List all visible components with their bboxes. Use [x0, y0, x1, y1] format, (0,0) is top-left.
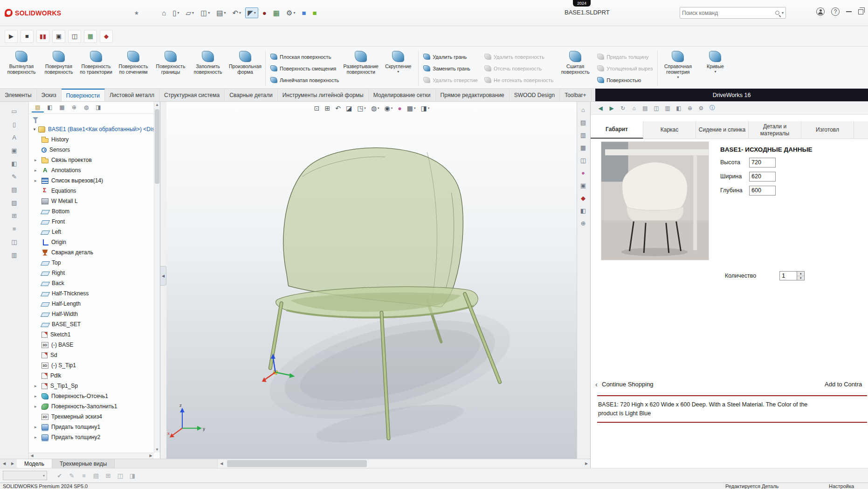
ribbon-button[interactable]: Кривые ▾ [696, 49, 734, 75]
home-button[interactable]: ⌂ [629, 104, 639, 113]
propertymanager-tab[interactable]: ◧ [44, 103, 56, 112]
forward-button[interactable]: ▶ [606, 104, 617, 113]
tree-item[interactable]: Sensors [29, 145, 154, 155]
tree-root-item[interactable]: ▼ BASE1 (Base1<Как обработанный>) <Displ… [29, 124, 154, 134]
filter-funnel-icon[interactable] [33, 117, 38, 120]
info-button[interactable]: ⓘ [707, 104, 717, 113]
ribbon-stack-button[interactable]: Утолщенный вырез ▾ [594, 63, 656, 74]
print-button[interactable]: ▤ ▾ [214, 7, 228, 18]
tree-item[interactable]: Поверхность-Отсечь1 [29, 391, 154, 401]
search-icon[interactable] [775, 11, 779, 15]
driveworks-tab[interactable]: Каркас [643, 121, 696, 139]
copy-tool-icon[interactable]: ▯ [8, 119, 21, 130]
settings-icon[interactable]: ⊕ [578, 218, 589, 229]
ribbon-button[interactable]: Справочная геометрия ▾ [659, 49, 696, 81]
tree-item[interactable]: Pdlk [29, 370, 154, 381]
record-pause-macro-button[interactable]: ▮▮ [36, 30, 49, 43]
display-style-button[interactable]: ◍ ▾ [369, 103, 382, 113]
ribbon-button[interactable]: Развертывание поверхности ▾ [342, 49, 379, 76]
zoom-area-button[interactable]: ⊞ ▾ [322, 103, 332, 113]
export-button[interactable]: ◧ [674, 104, 684, 113]
ribbon-button[interactable]: Повернутая поверхность ▾ [40, 49, 77, 76]
appearances-scenes-icon[interactable]: ● [578, 168, 589, 178]
expand-arrow-icon[interactable] [34, 394, 37, 398]
back-button[interactable]: ◀ [595, 104, 606, 113]
tree-item[interactable]: Annotations [29, 165, 154, 175]
commandmanager-tab[interactable]: Структурная система [159, 89, 225, 101]
commandmanager-tab[interactable]: Прямое редактирование [436, 89, 510, 101]
tree-item[interactable]: S_Tip1_Sp [29, 381, 154, 391]
color-swatch-blue[interactable]: ■ ▾ [299, 7, 308, 18]
collapse-arrow-icon[interactable]: ▼ [33, 127, 36, 132]
commandmanager-tab[interactable]: Инструменты литейной формы [278, 89, 369, 101]
expand-arrow-icon[interactable] [34, 425, 37, 429]
view-settings-button[interactable]: ◨ ▾ [419, 103, 432, 113]
ribbon-button[interactable]: Поверхность по траектории ▾ [77, 49, 115, 76]
ribbon-stack-button[interactable]: Отсечь поверхность ▾ [481, 63, 557, 74]
ribbon-button[interactable]: Заполнить поверхность ▾ [189, 49, 227, 76]
scroll-left-arrow[interactable]: ◀ [218, 459, 225, 468]
driveworks-tab[interactable]: Детали и материалы [749, 121, 801, 139]
dimension-input[interactable] [749, 172, 776, 182]
swood-tool-button[interactable]: ◆ [100, 30, 113, 43]
ribbon-button[interactable]: Скругление ▾ [379, 49, 417, 75]
capture-video-button[interactable]: ▦ [84, 30, 97, 43]
tree-item[interactable]: Equations [29, 186, 154, 196]
model-tab[interactable]: Трехмерные виды [52, 459, 115, 468]
scroll-down-arrow[interactable]: ▼ [154, 447, 160, 453]
scroll-left-arrow[interactable]: ◀ [29, 453, 35, 459]
dimension-input[interactable] [749, 186, 776, 196]
specification-list-button[interactable]: ▤ [640, 104, 650, 113]
graphics-area[interactable]: ⊡ ▾ ⊞ ▾ ↶ ▾ ◪ ▾ ◳ ▾ ◍ ▾ ◉ [166, 102, 577, 459]
expand-arrow-icon[interactable] [34, 404, 37, 409]
restore-window-icon[interactable] [858, 9, 863, 14]
stop-macro-button[interactable]: ■ [21, 30, 34, 43]
tree-item[interactable]: Half-Thickness [29, 288, 154, 299]
tree-item[interactable]: BASE_SET [29, 319, 154, 329]
view-palette-icon[interactable]: ◫ [578, 155, 589, 166]
ribbon-stack-button[interactable]: Придать толщину ▾ [594, 51, 656, 63]
ribbon-stack-button[interactable]: Плоская поверхность ▾ [267, 51, 342, 63]
scroll-up-arrow[interactable]: ▲ [154, 102, 160, 108]
tree-item[interactable]: Сварная деталь [29, 247, 154, 258]
ribbon-stack-button[interactable]: Удалить отверстие ▾ [420, 74, 481, 86]
ribbon-stack-button[interactable]: Удалить грань ▾ [420, 51, 481, 63]
quantity-input[interactable] [779, 271, 797, 280]
section-view-button[interactable]: ◪ ▾ [344, 103, 354, 113]
commandmanager-tab[interactable]: Эскиз [37, 89, 62, 101]
spellcheck-button[interactable]: ✔ [54, 470, 66, 481]
tree-item[interactable]: Bottom [29, 206, 154, 217]
scrollbar-thumb[interactable] [155, 109, 159, 184]
tree-item[interactable]: Связь проектов [29, 155, 154, 165]
tree-item[interactable]: Right [29, 268, 154, 278]
zoom-fit-button[interactable]: ⊡ ▾ [312, 103, 322, 113]
report-button[interactable]: ▥ [662, 104, 673, 113]
edit-appearance-button[interactable]: ● ▾ [395, 103, 404, 113]
tree-item[interactable]: Origin [29, 237, 154, 247]
table-format-button[interactable]: ▤ [90, 470, 102, 481]
hide-show-items-button[interactable]: ◉ ▾ [382, 103, 395, 113]
tab-scroll-left-arrow[interactable]: ◀ [0, 459, 8, 468]
custom-properties-icon[interactable]: ▣ [578, 180, 589, 191]
menu-item[interactable] [71, 10, 80, 16]
ribbon-stack-button[interactable]: Удалить поверхность ▾ [481, 51, 557, 63]
image-tool-icon[interactable]: ▣ [8, 145, 21, 156]
design-library-icon[interactable]: ▥ [578, 130, 589, 140]
menu-item[interactable] [105, 10, 113, 16]
dimension-input[interactable] [749, 158, 776, 168]
commandmanager-tab[interactable]: SWOOD Design [510, 89, 560, 101]
options-button[interactable]: ⚙ ▾ [284, 7, 297, 18]
grid-settings-button[interactable]: ⊞ [102, 470, 114, 481]
tree-item[interactable]: Поверхность-Заполнить1 [29, 401, 154, 412]
quantity-up-button[interactable]: ▲ [797, 272, 804, 276]
tree-item[interactable]: (-) S_Tip1 [29, 360, 154, 370]
featuremanager-tree-tab[interactable]: ▤ [32, 103, 44, 112]
commandmanager-tab[interactable]: Элементы [0, 89, 37, 101]
ribbon-stack-button[interactable]: Не отсекать поверхность ▾ [481, 74, 557, 86]
table-tool-icon[interactable]: ▤ [8, 184, 21, 196]
ribbon-button[interactable]: Сшитая поверхность ▾ [557, 49, 594, 76]
viewport-horizontal-scrollbar[interactable]: ◀ ▶ [217, 459, 590, 468]
stamp-tool-icon[interactable]: ◧ [8, 158, 21, 169]
tree-item[interactable]: Трехмерный эскиз4 [29, 412, 154, 422]
home-tab-icon[interactable]: ⌂ [578, 105, 589, 115]
